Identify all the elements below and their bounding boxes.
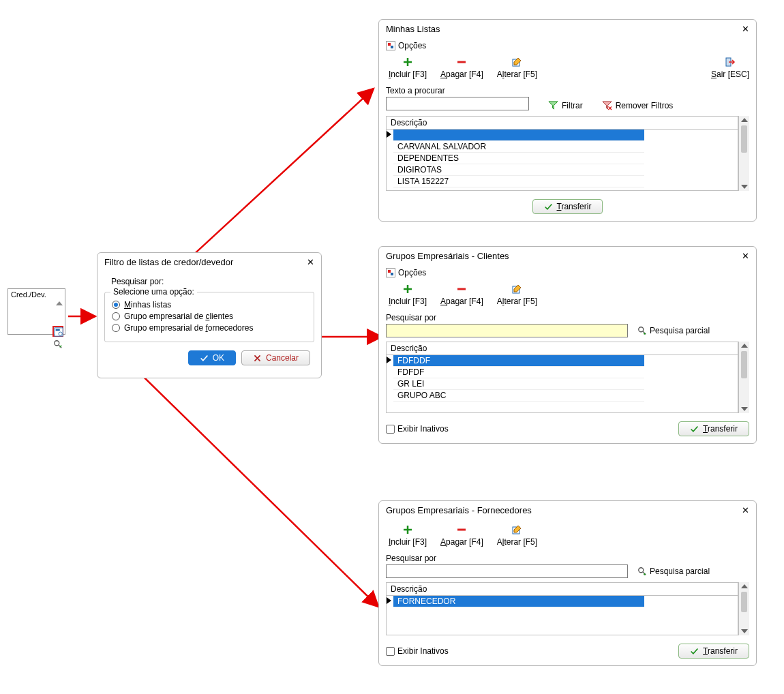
scroll-up-icon[interactable] [741,118,748,122]
toolbar-alterar[interactable]: Alterar [F5] [497,283,537,306]
svg-point-16 [639,568,644,573]
grid[interactable]: Descrição FDFDDFFDFDFGR LEIGRUPO ABC [386,342,738,413]
radio-icon [112,324,120,332]
toolbar-apagar[interactable]: Apagar [F4] [440,283,483,306]
search-icon[interactable] [53,340,63,349]
scroll-down-icon[interactable] [741,629,748,633]
grid[interactable]: Descrição FORNECEDOR [386,582,738,635]
grid[interactable]: Descrição CARVANAL SALVADORDEPENDENTESDI… [386,116,738,191]
scrollbar[interactable] [738,342,749,413]
scroll-up-icon[interactable] [741,344,748,348]
radio-minhas-listas[interactable]: Minhas listas [112,300,307,310]
table-row[interactable]: GRUPO ABC [393,390,644,402]
group-legend: Selecione uma opção: [110,287,197,297]
exit-icon [725,57,736,67]
table-row[interactable] [393,130,644,141]
opcoes-icon [386,268,395,277]
row-indicator-icon [387,597,391,604]
close-icon[interactable]: ✕ [742,505,749,515]
row-indicator-icon [387,357,391,363]
row-indicator-icon [387,131,391,138]
remove-filters-label: Remover Filtros [616,101,674,110]
close-icon[interactable]: ✕ [307,257,314,267]
search-label: Pesquisar por [386,313,749,322]
filter-button[interactable]: Filtrar [548,100,583,110]
edit-icon [512,284,522,294]
radio-label: inhas listas [131,300,171,310]
cancel-label: Cancelar [266,353,299,363]
scroll-up-icon[interactable] [56,301,63,305]
scroll-thumb[interactable] [741,592,747,612]
search-icon [637,567,647,576]
opcoes-label: Opções [398,268,426,277]
exibir-inativos-checkbox[interactable] [386,647,395,656]
transfer-button[interactable]: Transferir [678,644,749,659]
toolbar-apagar[interactable]: Apagar [F4] [440,524,483,547]
cancel-button[interactable]: Cancelar [241,350,310,365]
origin-panel: Cred./Dev. [7,288,65,335]
window-title: Grupos Empresáriais - Clientes [386,251,742,261]
lookup-button[interactable] [52,326,63,337]
ok-label: OK [213,353,224,363]
funnel-icon [548,100,558,110]
exibir-inativos-label: Exibir Inativos [397,646,449,656]
toolbar-alterar[interactable]: Alterar [F5] [497,56,537,79]
window-title: Grupos Empresariais - Fornecedores [386,505,742,515]
table-row[interactable]: DEPENDENTES [393,153,644,164]
svg-point-18 [644,573,646,575]
radio-grupo-clientes[interactable]: Grupo empresarial de clientes [112,312,307,321]
transfer-button[interactable]: Transferir [678,421,749,436]
radio-icon [112,301,120,309]
toolbar-apagar[interactable]: Apagar [F4] [440,56,483,79]
scroll-up-icon[interactable] [741,584,748,588]
toolbar-incluir[interactable]: Incluir [F3] [389,524,427,547]
scroll-down-icon[interactable] [741,407,748,411]
scrollbar[interactable] [738,582,749,635]
plus-icon [403,284,412,294]
svg-point-14 [644,333,646,335]
search-label: Pesquisar por [386,554,749,563]
close-icon[interactable]: ✕ [742,251,749,261]
ok-button[interactable]: OK [188,350,236,365]
grid-header: Descrição [387,342,738,355]
table-row[interactable]: FDFDF [393,367,644,378]
close-icon[interactable]: ✕ [742,24,749,34]
search-label: Texto a procurar [386,86,529,95]
table-row[interactable]: CARVANAL SALVADOR [393,141,644,153]
toolbar-sair[interactable]: Sair [ESC] [711,56,749,79]
table-row[interactable]: DIGIROTAS [393,164,644,176]
opcoes-menu[interactable]: Opções [386,41,749,50]
toolbar-incluir[interactable]: Incluir [F3] [389,283,427,306]
transfer-button[interactable]: Transferir [532,199,603,214]
search-input[interactable] [386,564,628,578]
table-row[interactable]: FDFDDF [393,355,644,367]
scroll-thumb[interactable] [741,125,747,153]
toolbar-incluir[interactable]: Incluir [F3] [389,56,427,79]
window-grupos-clientes: Grupos Empresáriais - Clientes ✕ Opções … [378,246,757,444]
scroll-down-icon[interactable] [741,185,748,189]
opcoes-label: Opções [398,41,426,50]
dialog-title: Filtro de listas de credor/devedor [104,257,307,267]
scroll-thumb[interactable] [741,351,747,378]
search-icon [637,326,647,335]
pesquisa-parcial-link[interactable]: Pesquisa parcial [637,567,710,576]
check-icon [690,425,699,434]
svg-point-7 [55,341,59,346]
exibir-inativos-checkbox[interactable] [386,425,395,434]
search-input[interactable] [386,324,628,337]
exibir-inativos-label: Exibir Inativos [397,424,449,434]
remove-filters-button[interactable]: Remover Filtros [602,100,674,110]
table-row[interactable]: LISTA 152227 [393,176,644,187]
toolbar-alterar[interactable]: Alterar [F5] [497,524,537,547]
pesquisa-parcial-link[interactable]: Pesquisa parcial [637,326,710,335]
scrollbar[interactable] [738,116,749,191]
funnel-remove-icon [602,100,612,110]
edit-icon [512,525,522,534]
opcoes-icon [386,41,395,50]
radio-grupo-fornecedores[interactable]: Grupo empresarial de fornecedores [112,323,307,333]
options-group: Selecione uma opção: Minhas listas Grupo… [104,292,314,342]
table-row[interactable]: GR LEI [393,378,644,390]
opcoes-menu[interactable]: Opções [386,268,749,277]
table-row[interactable]: FORNECEDOR [393,596,644,607]
search-input[interactable] [386,97,529,110]
